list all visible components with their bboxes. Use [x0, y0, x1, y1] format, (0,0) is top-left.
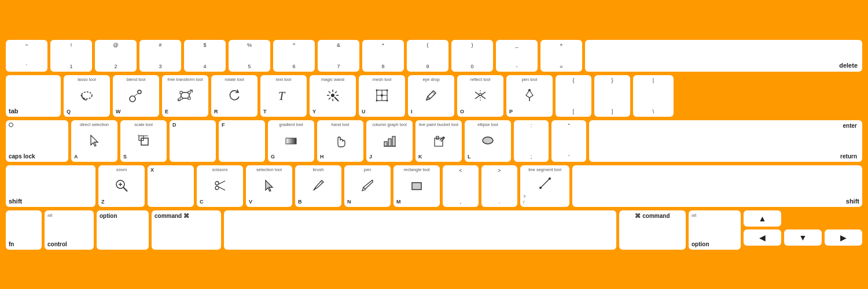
svg-point-57: [539, 187, 542, 189]
svg-point-25: [387, 90, 388, 91]
key-period[interactable]: > .: [481, 165, 517, 207]
svg-point-44: [443, 137, 445, 139]
key-x[interactable]: X: [148, 165, 194, 207]
key-space[interactable]: [224, 210, 616, 250]
key-option-left[interactable]: option: [97, 210, 149, 250]
svg-line-47: [123, 187, 127, 191]
key-n[interactable]: pen N: [344, 165, 391, 207]
svg-rect-40: [392, 136, 395, 146]
svg-point-45: [483, 137, 493, 144]
svg-rect-36: [286, 138, 296, 144]
key-v[interactable]: selection tool V: [246, 165, 292, 207]
svg-point-18: [331, 94, 334, 97]
key-y[interactable]: magic wand Y: [310, 75, 356, 117]
key-u[interactable]: mesh tool U: [359, 75, 405, 117]
key-bracket-close[interactable]: } ]: [594, 75, 630, 117]
key-6[interactable]: ^ 6: [273, 40, 315, 72]
key-l[interactable]: ellipse tool L: [465, 120, 511, 162]
svg-line-17: [329, 98, 330, 99]
key-arrow-up[interactable]: ▲: [744, 210, 781, 227]
key-f[interactable]: F: [219, 120, 265, 162]
key-9[interactable]: ( 9: [407, 40, 448, 72]
svg-line-28: [432, 92, 435, 94]
key-tab[interactable]: tab: [6, 75, 61, 117]
key-delete[interactable]: delete: [585, 40, 862, 72]
key-a[interactable]: direct selection A: [71, 120, 117, 162]
key-backslash[interactable]: | \: [633, 75, 674, 117]
svg-rect-38: [384, 142, 387, 146]
svg-rect-6: [188, 91, 190, 94]
space-row: fn alt control option command ⌘ ⌘ comman…: [6, 210, 862, 250]
asdf-row: caps lock direct selection A scale tool: [6, 120, 862, 162]
svg-point-23: [381, 94, 383, 97]
keyboard: ~ ` ! 1 @ 2 # 3 $ 4 % 5 ^ 6 & 7: [6, 40, 862, 250]
key-option-right[interactable]: alt option: [689, 210, 741, 250]
key-slash[interactable]: line segment tool ?/: [520, 165, 569, 207]
zxcv-row: shift zoom Z X scissors: [6, 165, 862, 207]
key-b[interactable]: brush B: [295, 165, 341, 207]
key-arrow-left[interactable]: ◀: [744, 229, 781, 246]
key-t[interactable]: text tool T T: [260, 75, 307, 117]
key-o[interactable]: reflect tool O: [457, 75, 503, 117]
svg-line-19: [334, 97, 339, 101]
key-quote[interactable]: " ': [551, 120, 586, 162]
key-enter-return[interactable]: enter return: [589, 120, 862, 162]
key-command-left[interactable]: command ⌘: [152, 210, 221, 250]
key-e[interactable]: free transform tool E: [162, 75, 208, 117]
svg-point-27: [387, 100, 388, 102]
svg-line-16: [335, 91, 337, 93]
svg-rect-55: [412, 183, 421, 190]
key-4[interactable]: $ 4: [184, 40, 226, 72]
key-bracket-open[interactable]: { [: [556, 75, 591, 117]
key-comma[interactable]: < ,: [443, 165, 479, 207]
key-arrow-right[interactable]: ▶: [825, 229, 862, 246]
key-s[interactable]: scale tool S: [120, 120, 167, 162]
key-d[interactable]: D: [170, 120, 216, 162]
arrow-keys: ▲ ◀ ▼ ▶: [744, 210, 862, 250]
key-semicolon[interactable]: : ;: [514, 120, 549, 162]
svg-rect-39: [388, 139, 391, 146]
key-p[interactable]: pen tool P: [506, 75, 553, 117]
key-1[interactable]: ! 1: [50, 40, 92, 72]
key-8[interactable]: * 8: [362, 40, 404, 72]
key-3[interactable]: # 3: [139, 40, 181, 72]
key-7[interactable]: & 7: [318, 40, 359, 72]
svg-rect-7: [180, 97, 182, 99]
key-j[interactable]: column graph tool J: [366, 120, 413, 162]
svg-point-26: [376, 100, 378, 102]
key-h[interactable]: hand tool H: [317, 120, 363, 162]
key-c[interactable]: scissors C: [197, 165, 243, 207]
qwerty-row: tab lasso tool Q blend tool: [6, 75, 862, 117]
svg-point-0: [82, 92, 92, 99]
svg-point-24: [376, 90, 378, 91]
svg-point-2: [130, 96, 135, 102]
key-command-right[interactable]: ⌘ command: [619, 210, 686, 250]
key-i[interactable]: eye drop I: [408, 75, 454, 117]
key-g[interactable]: gradient tool G: [268, 120, 314, 162]
key-arrow-down[interactable]: ▼: [784, 229, 822, 246]
svg-line-56: [540, 179, 550, 188]
key-q[interactable]: lasso tool Q: [64, 75, 110, 117]
key-r[interactable]: rotate tool R: [211, 75, 258, 117]
key-w[interactable]: blend tool W: [113, 75, 159, 117]
key-minus[interactable]: _ -: [496, 40, 538, 72]
svg-point-31: [528, 89, 531, 91]
key-control[interactable]: alt control: [45, 210, 94, 250]
key-equals[interactable]: + =: [540, 40, 582, 72]
svg-point-3: [138, 90, 141, 94]
svg-rect-5: [180, 91, 182, 94]
svg-point-58: [549, 177, 551, 180]
key-m[interactable]: rectangle tool M: [393, 165, 440, 207]
key-shift-left[interactable]: shift: [6, 165, 95, 207]
key-shift-right[interactable]: shift: [572, 165, 862, 207]
key-2[interactable]: @ 2: [95, 40, 137, 72]
key-caps-lock[interactable]: caps lock: [6, 120, 68, 162]
svg-line-34: [138, 135, 139, 136]
key-z[interactable]: zoom Z: [98, 165, 145, 207]
key-0[interactable]: ) 0: [451, 40, 493, 72]
key-k[interactable]: live paint bucket tool K: [415, 120, 462, 162]
key-tilde[interactable]: ~ `: [6, 40, 47, 72]
key-5[interactable]: % 5: [229, 40, 270, 72]
svg-line-14: [329, 91, 330, 93]
key-fn[interactable]: fn: [6, 210, 42, 250]
